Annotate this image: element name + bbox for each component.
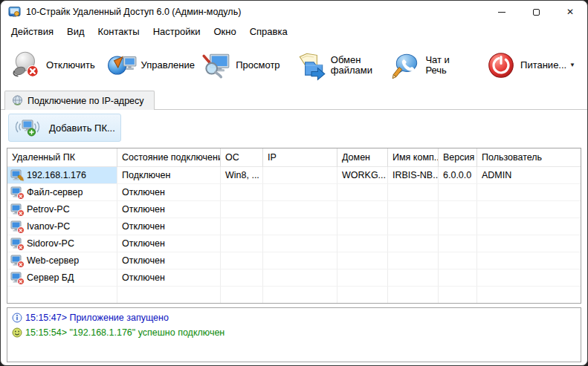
event-log: 15:15:47> Приложение запущено 15:15:54> … — [7, 307, 581, 362]
power-label: Питание... — [520, 60, 563, 71]
disconnect-label: Отключить — [46, 60, 89, 71]
manage-icon — [106, 50, 138, 81]
app-icon — [8, 6, 21, 18]
menu-view[interactable]: Вид — [60, 24, 91, 39]
pc-icon: ✎ — [10, 169, 23, 181]
table-row[interactable]: ✕ Sidorov-PC Отключен — [7, 235, 581, 252]
smiley-icon — [12, 327, 22, 338]
col-computer-name[interactable]: Имя комп... — [388, 148, 439, 167]
pc-table-header: Удаленный ПК Состояние подключения ОС IP… — [7, 148, 581, 167]
maximize-icon — [533, 9, 540, 16]
toolbar: Отключить Управление — [1, 40, 587, 90]
menu-window[interactable]: Окно — [207, 24, 242, 39]
pc-table-body: ✎ 192.168.1.176 Подключен Win8, ... WORK… — [7, 167, 581, 287]
menu-contacts[interactable]: Контакты — [91, 24, 146, 39]
table-row[interactable]: ✕ Web-сервер Отключен — [7, 252, 581, 269]
pc-os: Win8, ... — [225, 167, 259, 183]
pc-version: 6.0.0.0 — [443, 167, 471, 183]
col-ip[interactable]: IP — [263, 148, 337, 167]
pc-status: Подключен — [122, 167, 170, 183]
pc-status-badge: ✕ — [17, 278, 25, 285]
pc-user: ADMIN — [482, 167, 511, 183]
pc-name: Web-сервер — [27, 252, 79, 269]
view-button[interactable]: Просмотр — [201, 50, 279, 81]
pc-name: 192.168.1.176 — [27, 167, 86, 183]
disconnect-icon — [11, 50, 42, 81]
pc-icon: ✕ — [10, 238, 23, 249]
file-exchange-button[interactable]: Обмен файлами — [296, 50, 374, 81]
table-row[interactable]: ✕ Файл-сервер Отключен — [7, 184, 581, 201]
col-remote-pc[interactable]: Удаленный ПК — [7, 148, 117, 167]
pc-domain: WORKG... — [342, 167, 386, 183]
pc-status-badge: ✕ — [17, 261, 25, 268]
pc-table-filler — [7, 287, 581, 303]
add-pc-label: Добавить ПК... — [49, 122, 115, 134]
title-bar: 10-Страйк Удаленный Доступ 6.0 (Админ-мо… — [1, 1, 587, 23]
tab-bar: Подключение по IP-адресу — [1, 90, 587, 110]
minimize-icon — [498, 12, 505, 13]
add-pc-button[interactable]: Добавить ПК... — [8, 114, 121, 142]
tab-label: Подключение по IP-адресу — [28, 96, 144, 106]
minimize-button[interactable] — [485, 1, 519, 23]
manage-label: Управление — [141, 60, 184, 71]
maximize-button[interactable] — [519, 1, 553, 23]
pc-name: Petrov-PC — [27, 201, 70, 218]
menu-actions[interactable]: Действия — [4, 24, 60, 39]
file-exchange-icon — [296, 50, 327, 81]
table-row[interactable]: ✕ Сервер БД Отключен — [7, 269, 581, 287]
close-button[interactable]: ✕ — [553, 1, 587, 23]
globe-icon — [12, 95, 23, 106]
menu-bar: Действия Вид Контакты Настройки Окно Спр… — [1, 23, 587, 40]
pc-status: Отключен — [122, 218, 165, 235]
window-controls: ✕ — [485, 1, 587, 23]
chat-voice-button[interactable]: Чат и Речь — [390, 50, 468, 81]
table-row[interactable]: ✎ 192.168.1.176 Подключен Win8, ... WORK… — [7, 167, 581, 184]
disconnect-button[interactable]: Отключить — [11, 50, 89, 81]
pc-status-badge: ✕ — [17, 209, 25, 217]
pc-status-badge: ✕ — [17, 226, 25, 234]
pc-icon: ✕ — [10, 220, 23, 232]
pc-icon: ✕ — [10, 272, 23, 284]
view-icon — [201, 50, 232, 81]
file-exchange-label: Обмен файлами — [331, 55, 374, 76]
pc-name: Sidorov-PC — [27, 235, 74, 252]
pc-status: Отключен — [122, 184, 165, 200]
col-domain[interactable]: Домен — [337, 148, 388, 167]
menu-help[interactable]: Справка — [243, 24, 294, 39]
manage-button[interactable]: Управление — [106, 50, 184, 81]
col-version[interactable]: Версия — [439, 148, 477, 167]
pc-icon: ✕ — [10, 203, 23, 215]
info-icon — [12, 313, 22, 323]
pc-status: Отключен — [122, 269, 165, 286]
chat-voice-label: Чат и Речь — [425, 55, 468, 76]
action-panel: Добавить ПК... — [1, 110, 587, 146]
chat-voice-icon — [390, 50, 421, 81]
window-title: 10-Страйк Удаленный Доступ 6.0 (Админ-мо… — [26, 7, 241, 17]
power-dropdown-icon[interactable]: ▼ — [569, 62, 575, 68]
log-entry: 15:15:54> "192.168.1.176" успешно подклю… — [12, 325, 576, 340]
pc-icon: ✕ — [10, 186, 23, 198]
pc-name: Ivanov-PC — [27, 218, 70, 235]
close-icon: ✕ — [566, 7, 574, 17]
pc-table: Удаленный ПК Состояние подключения ОС IP… — [7, 148, 581, 304]
app-window: 10-Страйк Удаленный Доступ 6.0 (Админ-мо… — [0, 0, 588, 366]
pc-status-badge: ✕ — [17, 192, 25, 200]
col-os[interactable]: ОС — [221, 148, 263, 167]
menu-settings[interactable]: Настройки — [146, 24, 207, 39]
table-row[interactable]: ✕ Petrov-PC Отключен — [7, 201, 581, 218]
col-user[interactable]: Пользователь — [477, 148, 581, 167]
pc-status: Отключен — [122, 252, 165, 269]
log-text: 15:15:54> "192.168.1.176" успешно подклю… — [25, 327, 224, 338]
pc-status: Отключен — [122, 201, 165, 218]
power-button[interactable]: Питание... ▼ — [485, 50, 575, 81]
pc-status: Отключен — [122, 235, 165, 252]
add-pc-icon — [15, 118, 40, 137]
pc-status-badge: ✎ — [17, 175, 25, 183]
col-status[interactable]: Состояние подключения — [117, 148, 221, 167]
log-entry: 15:15:47> Приложение запущено — [12, 310, 576, 325]
tab-ip-connection[interactable]: Подключение по IP-адресу — [4, 91, 155, 110]
pc-icon: ✕ — [10, 255, 23, 267]
pc-name: Файл-сервер — [27, 184, 83, 200]
table-row[interactable]: ✕ Ivanov-PC Отключен — [7, 218, 581, 235]
log-text: 15:15:47> Приложение запущено — [25, 313, 169, 323]
